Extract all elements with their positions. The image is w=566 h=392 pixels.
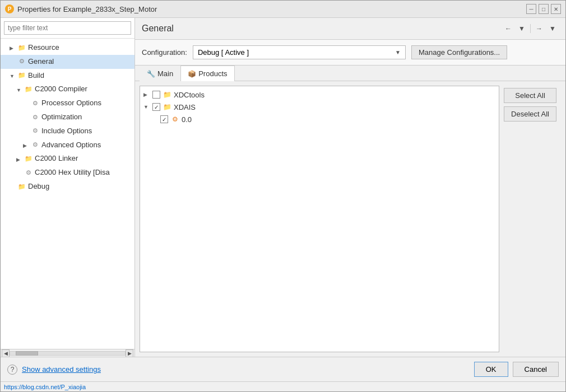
spacer-icon [23, 100, 30, 107]
product-folder-icon: 📁 [163, 102, 171, 111]
products-tree-panel: ▶ 📁 XDCtools ▼ 📁 XDAIS [140, 86, 499, 352]
gear-icon: ⚙ [24, 169, 33, 178]
folder-icon: 📁 [24, 85, 33, 94]
tab-products-icon: 📦 [188, 70, 196, 78]
product-chevron-icon [151, 116, 159, 122]
manage-configurations-button[interactable]: Manage Configurations... [411, 45, 507, 59]
product-chevron-icon: ▼ [143, 104, 151, 110]
spacer-icon [23, 114, 30, 120]
left-panel: ▶ 📁 Resource ⚙ General ▼ 📁 Build [1, 18, 135, 357]
gear-icon: ⚙ [17, 57, 26, 66]
tab-products[interactable]: 📦 Products [180, 66, 234, 81]
product-item-xdais[interactable]: ▼ 📁 XDAIS [142, 101, 497, 113]
chevron-icon: ▼ [10, 72, 16, 79]
right-header: General ← ▼ → ▼ [135, 18, 565, 40]
product-checkbox-zero[interactable] [160, 115, 168, 123]
show-advanced-settings-link[interactable]: Show advanced settings [22, 365, 101, 374]
folder-icon: 📁 [17, 182, 26, 191]
sidebar-item-optimization[interactable]: ⚙ Optimization [1, 110, 134, 124]
product-checkbox-xdais[interactable] [152, 103, 160, 111]
products-area: ▶ 📁 XDCtools ▼ 📁 XDAIS [135, 81, 565, 357]
sidebar-item-advanced-options[interactable]: ▶ ⚙ Advanced Options [1, 138, 134, 152]
sidebar-item-resource[interactable]: ▶ 📁 Resource [1, 41, 134, 55]
tab-main-icon: 🔧 [147, 70, 155, 78]
cancel-button[interactable]: Cancel [513, 362, 559, 377]
spacer-icon [23, 128, 30, 134]
right-panel: General ← ▼ → ▼ [135, 18, 565, 357]
panel-title: General [142, 24, 502, 34]
forward-dropdown-button[interactable]: ▼ [546, 22, 559, 35]
scroll-right-button[interactable]: ▶ [126, 349, 133, 357]
status-bar-link[interactable]: https://blog.csdn.net/P_xiaojia [4, 384, 86, 390]
window-title: Properties for Example_2833x_Step_Motor [17, 5, 523, 13]
dialog-window: P Properties for Example_2833x_Step_Moto… [0, 0, 566, 392]
close-button[interactable]: ✕ [551, 4, 561, 14]
sidebar-item-c2000compiler[interactable]: ▼ 📁 C2000 Compiler [1, 82, 134, 96]
sidebar-item-c2000hex[interactable]: ⚙ C2000 Hex Utility [Disa [1, 166, 134, 180]
sidebar-item-processor-options[interactable]: ⚙ Processor Options [1, 96, 134, 110]
dropdown-arrow-icon: ▼ [395, 49, 401, 55]
tab-main[interactable]: 🔧 Main [140, 66, 180, 81]
folder-icon: 📁 [24, 155, 33, 164]
product-gear-icon: ⚙ [170, 115, 179, 124]
sidebar-item-build[interactable]: ▼ 📁 Build [1, 69, 134, 83]
horizontal-scrollbar[interactable]: ◀ ▶ [1, 349, 134, 357]
ok-button[interactable]: OK [474, 362, 508, 377]
title-bar-controls: ─ □ ✕ [526, 4, 561, 14]
sidebar-item-general[interactable]: ⚙ General [1, 55, 134, 69]
tree: ▶ 📁 Resource ⚙ General ▼ 📁 Build [1, 39, 134, 349]
toolbar-separator [530, 24, 531, 33]
tabs-bar: 🔧 Main 📦 Products [135, 66, 565, 81]
scroll-track[interactable] [10, 351, 126, 356]
bottom-bar: ? Show advanced settings OK Cancel [1, 357, 565, 381]
scroll-thumb[interactable] [16, 351, 38, 356]
sidebar-item-c2000linker[interactable]: ▶ 📁 C2000 Linker [1, 152, 134, 166]
chevron-icon: ▶ [16, 156, 23, 162]
status-bar: https://blog.csdn.net/P_xiaojia [1, 381, 565, 391]
back-dropdown-button[interactable]: ▼ [516, 22, 528, 35]
product-item-xdctools[interactable]: ▶ 📁 XDCtools [142, 88, 497, 101]
sidebar-item-include-options[interactable]: ⚙ Include Options [1, 124, 134, 138]
product-item-zero[interactable]: ⚙ 0.0 [142, 113, 497, 125]
window-icon: P [5, 4, 14, 13]
sidebar-item-debug[interactable]: 📁 Debug [1, 180, 134, 194]
filter-input[interactable] [4, 21, 131, 35]
back-button[interactable]: ← [502, 22, 514, 35]
deselect-all-button[interactable]: Deselect All [504, 106, 556, 122]
chevron-icon: ▶ [10, 44, 16, 51]
configuration-label: Configuration: [142, 48, 187, 57]
help-icon[interactable]: ? [7, 365, 17, 375]
folder-icon: 📁 [17, 43, 26, 52]
gear-icon: ⚙ [31, 99, 40, 108]
configuration-row: Configuration: Debug [ Active ] ▼ Manage… [135, 40, 565, 66]
select-all-button[interactable]: Select All [504, 88, 556, 103]
spacer-icon [10, 58, 16, 65]
gear-icon: ⚙ [31, 141, 40, 150]
header-toolbar: ← ▼ → ▼ [502, 22, 559, 35]
title-bar: P Properties for Example_2833x_Step_Moto… [1, 1, 565, 18]
products-buttons: Select All Deselect All [499, 86, 561, 352]
folder-icon: 📁 [17, 71, 26, 80]
spacer-icon [10, 183, 16, 190]
gear-icon: ⚙ [31, 127, 40, 136]
product-checkbox-xdctools[interactable] [152, 91, 160, 99]
filter-box [1, 18, 134, 39]
configuration-dropdown[interactable]: Debug [ Active ] ▼ [193, 45, 406, 59]
product-folder-icon: 📁 [163, 90, 171, 99]
main-content: ▶ 📁 Resource ⚙ General ▼ 📁 Build [1, 18, 565, 357]
minimize-button[interactable]: ─ [526, 4, 536, 14]
gear-icon: ⚙ [31, 113, 40, 122]
forward-button[interactable]: → [533, 22, 545, 35]
spacer-icon [16, 170, 23, 176]
chevron-icon: ▼ [16, 86, 23, 93]
scroll-left-button[interactable]: ◀ [2, 349, 10, 357]
product-chevron-icon: ▶ [143, 92, 151, 97]
maximize-button[interactable]: □ [539, 4, 549, 14]
chevron-icon: ▶ [23, 142, 30, 148]
